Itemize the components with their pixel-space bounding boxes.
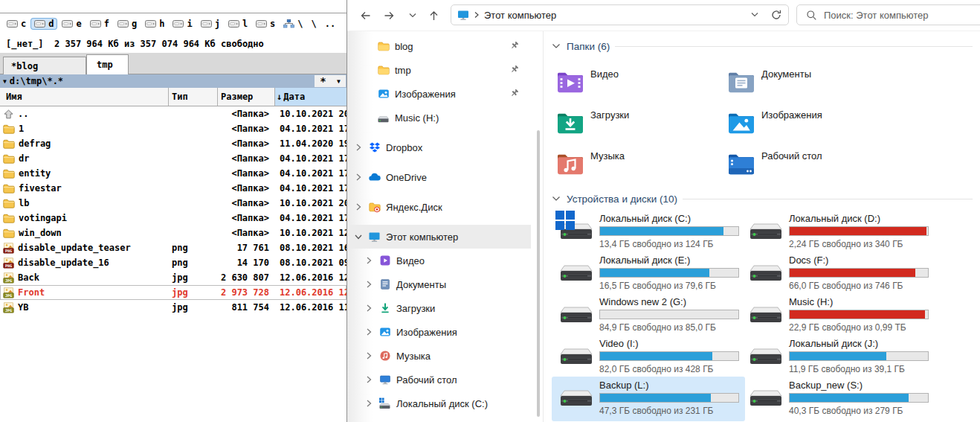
drive-tile-video-i-[interactable]: Video (I:)82,0 ГБ свободно из 428 ГБ xyxy=(556,337,744,379)
drive-tile-windows-new-2-g-[interactable]: Windows new 2 (G:)84,9 ГБ свободно из 85… xyxy=(556,295,744,337)
folder-tile-документы[interactable]: Документы xyxy=(727,61,898,102)
drive-button-g[interactable]: g xyxy=(115,19,140,29)
drive-tile-локальный-диск-d-[interactable]: Локальный диск (D:)2,24 ГБ свободно из 3… xyxy=(746,212,933,254)
file-row-disable_update_16[interactable]: PNGdisable_update_16png14 17008.10.2021 … xyxy=(0,255,346,270)
sidebar-item-документы[interactable]: Документы xyxy=(347,272,531,296)
sidebar-item-dropbox[interactable]: Dropbox xyxy=(347,135,531,159)
parent-dir-button[interactable]: .. xyxy=(322,19,338,29)
drive-button-c[interactable]: c xyxy=(4,19,29,29)
chevron-right-icon[interactable] xyxy=(364,327,374,337)
file-date: 10.10.2021 20 xyxy=(275,198,346,208)
drive-tile-локальный-диск-e-[interactable]: Локальный диск (E:)16,5 ГБ свободно из 7… xyxy=(556,254,744,295)
file-row-1[interactable]: 1<Папка>04.10.2021 17 xyxy=(0,121,346,136)
folder-tile-загрузки[interactable]: Загрузки xyxy=(556,102,727,143)
drive-usage-fill xyxy=(790,394,909,402)
chevron-down-icon[interactable] xyxy=(353,231,364,242)
breadcrumb[interactable]: Этот компьютер xyxy=(484,10,556,21)
path-history-caret-icon[interactable]: ▼ xyxy=(3,78,7,85)
chevron-right-icon[interactable] xyxy=(364,374,374,385)
drive-button-h[interactable]: h xyxy=(142,19,167,29)
network-drive-button[interactable]: \ xyxy=(280,18,306,30)
file-row-win_down[interactable]: win_down<Папка>10.10.2021 12 xyxy=(0,226,346,240)
path-dropdown-button[interactable]: ▼ xyxy=(337,78,341,85)
tab-tmp[interactable]: tmp xyxy=(86,54,129,74)
drive-button-d[interactable]: d xyxy=(31,19,57,29)
file-row-Front[interactable]: JPGFrontjpg2 973 72812.06.2016 12 xyxy=(0,285,346,300)
folder-tile-изображения[interactable]: Изображения xyxy=(727,102,898,143)
sidebar-scrollbar[interactable] xyxy=(537,130,540,417)
refresh-icon[interactable] xyxy=(770,9,782,21)
column-header-size[interactable]: Размер xyxy=(218,88,275,106)
sidebar-item-music-h-[interactable]: Music (H:) xyxy=(347,106,531,130)
file-row-votingapi[interactable]: votingapi<Папка>04.10.2021 17 xyxy=(0,211,346,226)
sidebar-item-загрузки[interactable]: Загрузки xyxy=(347,296,531,320)
tab-blog[interactable]: *blog xyxy=(3,57,86,74)
chevron-right-icon[interactable] xyxy=(353,172,364,182)
address-dropdown-chevron-icon[interactable] xyxy=(750,11,759,19)
address-bar[interactable]: Этот компьютер xyxy=(451,4,789,25)
sidebar-item-изображения[interactable]: Изображения xyxy=(347,320,531,344)
folder-tile-музыка[interactable]: Музыка xyxy=(556,143,727,184)
chevron-right-icon[interactable] xyxy=(364,303,374,313)
file-row-entity[interactable]: entity<Папка>04.10.2021 17 xyxy=(0,166,346,181)
root-button[interactable]: \ xyxy=(309,19,320,29)
group-title: Папки (6) xyxy=(567,41,610,52)
sidebar-item-рабочий-стол[interactable]: Рабочий стол xyxy=(347,368,531,391)
group-header-folders[interactable]: Папки (6) xyxy=(551,39,973,54)
recent-locations-chevron-icon[interactable] xyxy=(408,12,417,19)
file-row-Back[interactable]: JPGBackjpg2 630 80712.06.2016 12 xyxy=(0,270,346,285)
drive-tile-локальный-диск-c-[interactable]: Локальный диск (C:)13,4 ГБ свободно из 1… xyxy=(556,212,744,254)
group-header-drives[interactable]: Устройства и диски (10) xyxy=(551,191,973,206)
sidebar-item-музыка[interactable]: Музыка xyxy=(347,344,531,368)
drive-tile-backup-new-s-[interactable]: Backup_new (S:)40,3 ГБ свободно из 279 Г… xyxy=(746,379,933,421)
collapse-chevron-icon[interactable] xyxy=(551,41,561,51)
file-name: defrag xyxy=(19,138,51,149)
file-row-lb[interactable]: lb<Папка>10.10.2021 20 xyxy=(0,196,346,211)
chevron-right-icon[interactable] xyxy=(364,351,374,361)
sidebar-item-яндекс-диск[interactable]: Яндекс.Диск xyxy=(347,195,531,219)
file-row-fivestar[interactable]: fivestar<Папка>04.10.2021 17 xyxy=(0,181,346,196)
drive-tile-backup-l-[interactable]: Backup (L:)47,3 ГБ свободно из 231 ГБ xyxy=(556,379,744,421)
collapse-chevron-icon[interactable] xyxy=(551,194,561,204)
drive-tile-music-h-[interactable]: Music (H:)22,9 ГБ свободно из 0,99 ТБ xyxy=(746,295,933,337)
sidebar-item-этот-компьютер[interactable]: Этот компьютер xyxy=(347,225,531,249)
chevron-right-icon[interactable] xyxy=(353,202,364,212)
file-row-YB[interactable]: JPGYBjpg811 75412.06.2016 11 xyxy=(0,300,346,315)
column-header-name[interactable]: Имя xyxy=(0,88,169,106)
sidebar-item-tmp[interactable]: tmp xyxy=(347,58,531,82)
drive-button-j[interactable]: j xyxy=(198,19,223,29)
drive-button-l[interactable]: l xyxy=(225,19,251,29)
sidebar-item-изображения[interactable]: Изображения xyxy=(347,82,531,106)
chevron-right-icon[interactable] xyxy=(364,255,374,266)
file-row-..[interactable]: ..<Папка>10.10.2021 20 xyxy=(0,106,346,121)
chevron-right-icon[interactable] xyxy=(364,279,374,290)
drive-button-f[interactable]: f xyxy=(87,19,112,29)
drive-button-s[interactable]: s xyxy=(253,19,278,29)
chevron-right-icon[interactable] xyxy=(364,398,374,409)
column-header-date[interactable]: ↓ Дата xyxy=(275,88,346,106)
file-row-defrag[interactable]: defrag<Папка>11.04.2020 19 xyxy=(0,136,346,151)
drive-button-e[interactable]: e xyxy=(59,19,84,29)
folder-tile-видео[interactable]: Видео xyxy=(556,61,727,102)
current-path-bar[interactable]: ▼ d:\tmp\*.* * ▼ xyxy=(0,74,346,88)
favorites-star-button[interactable]: * xyxy=(320,77,326,85)
drive-usage-fill xyxy=(600,269,709,277)
drive-button-i[interactable]: i xyxy=(170,19,195,29)
drive-tile-локальный-диск-j-[interactable]: Локальный диск (J:)11,9 ГБ свободно из 3… xyxy=(746,337,933,379)
sidebar-item-blog[interactable]: blog xyxy=(347,34,531,58)
sidebar-item-onedrive[interactable]: OneDrive xyxy=(347,165,531,189)
sidebar-item-видео[interactable]: Видео xyxy=(347,249,531,272)
file-row-dr[interactable]: dr<Папка>04.10.2021 17 xyxy=(0,151,346,166)
folder-tile-рабочий-стол[interactable]: Рабочий стол xyxy=(727,143,898,184)
up-button[interactable] xyxy=(428,10,440,22)
drive-usage-bar xyxy=(789,393,929,403)
drive-usage-bar xyxy=(599,268,739,278)
search-box[interactable]: Поиск: Этот компьютер xyxy=(796,4,980,25)
forward-button[interactable] xyxy=(383,10,396,22)
drive-tile-docs-f-[interactable]: Docs (F:)66,0 ГБ свободно из 746 ГБ xyxy=(746,254,933,295)
column-header-type[interactable]: Тип xyxy=(169,88,218,106)
chevron-right-icon[interactable] xyxy=(353,142,364,153)
sidebar-item-локальный-диск-c-[interactable]: Локальный диск (C:) xyxy=(347,391,531,415)
file-row-disable_update_teaser[interactable]: PNGdisable_update_teaserpng17 76108.10.2… xyxy=(0,240,346,255)
back-button[interactable] xyxy=(359,10,372,22)
